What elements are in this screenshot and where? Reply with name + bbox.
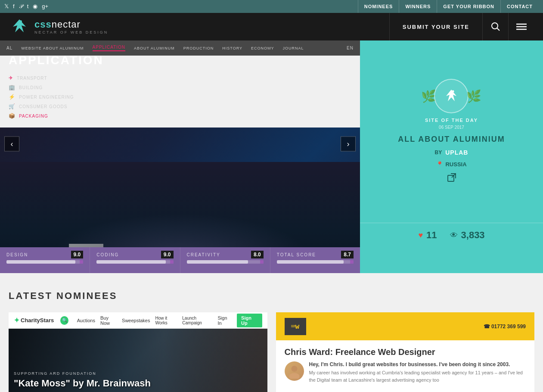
latest-nominees-section: LATEST NOMINEES ✦ CharityStars 🔍 Auction… — [0, 273, 543, 392]
submit-button[interactable]: SUBMIT YOUR SITE — [389, 13, 483, 40]
prev-button[interactable]: ‹ — [4, 137, 19, 152]
cw-phone: ☎ 01772 369 599 — [484, 324, 526, 330]
score-coding: CODING 9.0 — [90, 247, 180, 273]
score-total-label: TOTAL SCORE — [277, 252, 316, 257]
chris-bio-row: Hey, I'm Chris. I build great websites f… — [285, 361, 526, 383]
charity-subtitle: SUPPORTING ARD FOUNDATION — [14, 371, 151, 376]
next-button[interactable]: › — [341, 137, 356, 152]
charity-signup-button[interactable]: Sign Up — [237, 314, 262, 327]
top-nav: NOMINEES WINNERS GET YOUR RIBBON CONTACT — [358, 0, 539, 13]
menu-button[interactable] — [509, 13, 534, 40]
logo-text: cssnectar NECTAR OF WEB DESIGN — [34, 19, 108, 34]
charity-buy-now[interactable]: Buy Now — [100, 315, 117, 326]
svg-point-1 — [19, 20, 22, 23]
logo-tagline: NECTAR OF WEB DESIGN — [34, 30, 108, 34]
scores-section: DESIGN 9.0 CODING 9.0 CREATIVITY 8.0 — [0, 247, 543, 273]
hero-menu-building-label: BUILDING — [19, 85, 43, 90]
hero-menu-consumer[interactable]: 🛒 CONSUMER GOODS — [9, 103, 99, 109]
charity-auctions[interactable]: Auctions — [77, 318, 95, 323]
score-creativity: CREATIVITY 8.0 — [180, 247, 270, 273]
site-by: BY UPLAB — [435, 149, 469, 156]
nav-nominees[interactable]: NOMINEES — [358, 0, 399, 13]
views-stat: 👁 3,833 — [450, 230, 485, 241]
latest-nominees-title: LATEST NOMINEES — [9, 290, 534, 302]
twitter-icon[interactable]: 𝕏 — [4, 3, 9, 10]
country-label: RUSSIA — [445, 161, 466, 168]
by-label: BY — [435, 149, 442, 156]
score-total-value: 8.7 — [341, 251, 354, 258]
site-author[interactable]: UPLAB — [445, 149, 468, 156]
score-creativity-fill — [187, 260, 248, 264]
score-coding-fill — [96, 260, 165, 264]
nominee-charity-stars[interactable]: ✦ CharityStars 🔍 Auctions Buy Now Sweeps… — [9, 312, 267, 392]
hero-side-panel: 🌿 🌿 SITE OF THE DAY 06 SEP 2017 ALL ABOU… — [360, 40, 543, 247]
googleplus-icon[interactable]: g+ — [42, 3, 48, 10]
nominee-chris-ward-preview: ⌨w ☎ 01772 369 599 Chris Ward: Freelance… — [276, 312, 535, 392]
score-creativity-label: CREATIVITY — [187, 252, 220, 257]
charity-hero-image: SUPPORTING ARD FOUNDATION "Kate Moss" by… — [9, 329, 267, 392]
hero-nav-en[interactable]: EN — [347, 46, 354, 50]
charity-sign-in[interactable]: Sign In — [217, 315, 230, 326]
hero-side-content: 🌿 🌿 SITE OF THE DAY 06 SEP 2017 ALL ABOU… — [360, 40, 543, 223]
hero-stats: ♥ 11 👁 3,833 — [360, 223, 543, 247]
hero-nav-website[interactable]: WEBSITE ABOUT ALUMINUM — [21, 46, 84, 50]
nominee-chris-ward[interactable]: ⌨w ☎ 01772 369 599 Chris Ward: Freelance… — [276, 312, 535, 392]
hero-menu-packaging[interactable]: 📦 PACKAGING — [9, 113, 99, 119]
consumer-icon: 🛒 — [9, 103, 16, 109]
facebook-icon[interactable]: f — [13, 3, 15, 10]
avatar-icon — [287, 364, 302, 379]
nav-contact[interactable]: CONTACT — [500, 0, 539, 13]
search-button[interactable] — [483, 13, 509, 40]
svg-point-8 — [452, 90, 454, 93]
nav-get-ribbon[interactable]: GET YOUR RIBBON — [437, 0, 500, 13]
score-total: TOTAL SCORE 8.7 — [270, 247, 360, 273]
score-design-marker — [80, 260, 83, 264]
logo-name: cssnectar — [34, 19, 108, 30]
hero-menu-power[interactable]: ⚡ POWER ENGINEERING — [9, 94, 99, 100]
score-creativity-marker — [260, 260, 264, 264]
charity-how-it-works[interactable]: How it Works — [155, 316, 177, 325]
external-link-icon — [447, 173, 456, 182]
chris-title: Chris Ward: Freelance Web Designer — [285, 347, 526, 357]
views-count: 3,833 — [461, 230, 485, 241]
search-icon — [491, 22, 500, 31]
logo[interactable]: cssnectar NECTAR OF WEB DESIGN — [9, 16, 108, 37]
charity-sweepstakes[interactable]: Sweepstakes — [122, 318, 150, 323]
pinterest-icon[interactable]: 𝒫 — [19, 3, 23, 10]
hero-nav-about[interactable]: ABOUT ALUMINUM — [134, 46, 175, 50]
hero-menu-transport-label: TRANSPORT — [17, 76, 47, 81]
building-icon: 🏢 — [9, 84, 16, 90]
transport-icon: ✈ — [9, 75, 13, 81]
hero-nav-production[interactable]: PRODUCTION — [183, 46, 214, 50]
external-link-button[interactable] — [447, 173, 456, 184]
score-design-fill — [6, 260, 75, 264]
hero-nav-economy[interactable]: ECONOMY — [251, 46, 274, 50]
scores-side-spacer — [360, 247, 543, 273]
svg-point-11 — [291, 366, 297, 372]
hero-nav-history[interactable]: HISTORY — [222, 46, 242, 50]
site-of-day-text: SITE OF THE DAY — [425, 118, 478, 123]
hero-menu-transport[interactable]: ✈ TRANSPORT — [9, 75, 99, 81]
hero-menu-packaging-label: PACKAGING — [19, 114, 48, 118]
svg-marker-7 — [446, 90, 456, 101]
badge-icon — [434, 79, 469, 113]
rss-icon[interactable]: ◉ — [33, 3, 37, 10]
tumblr-icon[interactable]: t — [27, 3, 29, 10]
charity-launch-campaign[interactable]: Launch Campaign — [182, 316, 212, 325]
logo-bird-icon — [9, 16, 30, 37]
hero-nav-application[interactable]: APPLICATION — [93, 45, 125, 51]
hero-nav-al[interactable]: AL — [6, 46, 12, 50]
top-bar: 𝕏 f 𝒫 t ◉ g+ NOMINEES WINNERS GET YOUR R… — [0, 0, 543, 13]
score-creativity-bar — [187, 260, 264, 264]
scores-main: DESIGN 9.0 CODING 9.0 CREATIVITY 8.0 — [0, 247, 360, 273]
heart-icon: ♥ — [418, 231, 423, 240]
hero-menu-building[interactable]: 🏢 BUILDING — [9, 84, 99, 90]
nominees-grid: ✦ CharityStars 🔍 Auctions Buy Now Sweeps… — [9, 312, 534, 392]
score-coding-marker — [170, 260, 174, 264]
nominee-charity-stars-preview: ✦ CharityStars 🔍 Auctions Buy Now Sweeps… — [9, 312, 267, 392]
site-country: 📍 RUSSIA — [436, 161, 466, 168]
cw-logo: ⌨w — [285, 318, 306, 335]
hero-nav-journal[interactable]: JOURNAL — [283, 46, 304, 50]
nav-winners[interactable]: WINNERS — [399, 0, 437, 13]
social-icons-group: 𝕏 f 𝒫 t ◉ g+ — [4, 3, 48, 10]
